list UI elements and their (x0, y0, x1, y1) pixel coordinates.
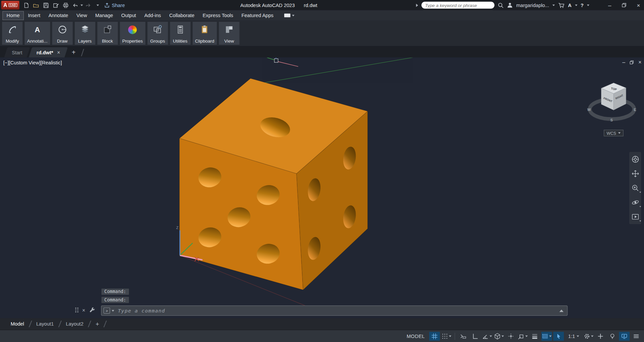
polar-dropdown-icon[interactable] (490, 335, 492, 337)
tab-express-tools[interactable]: Express Tools (199, 11, 237, 19)
cart-icon[interactable] (558, 2, 565, 8)
tab-add-ins[interactable]: Add-ins (141, 11, 165, 19)
annotation-scale-control[interactable]: 1:1 (565, 332, 582, 341)
ribbon-display-toggle[interactable] (284, 13, 295, 17)
snap-mode-button[interactable] (441, 332, 452, 341)
ribbon-panel-draw[interactable]: Draw (52, 22, 72, 45)
model-space-label[interactable]: MODEL (407, 333, 425, 339)
selection-modes-button[interactable] (553, 332, 564, 341)
tab-insert[interactable]: Insert (24, 11, 44, 19)
zoom-dropdown-icon[interactable] (639, 192, 641, 193)
show-motion-dropdown-icon[interactable] (639, 221, 641, 222)
qat-customize-dropdown-icon[interactable] (97, 4, 99, 6)
undo-dropdown-icon[interactable] (81, 4, 83, 6)
command-input[interactable] (114, 308, 559, 314)
polar-tracking-button[interactable] (482, 332, 493, 341)
workspace-switching-button[interactable] (583, 332, 594, 341)
ribbon-panel-modify[interactable]: Modify (2, 22, 22, 45)
new-file-button[interactable] (21, 0, 31, 10)
command-close-icon[interactable]: × (82, 307, 85, 313)
zoom-button[interactable] (631, 184, 639, 192)
window-restore-button[interactable] (618, 0, 630, 10)
tab-collaborate[interactable]: Collaborate (165, 11, 198, 19)
customization-menu-button[interactable] (631, 332, 642, 341)
search-input[interactable] (422, 2, 495, 9)
ribbon-panel-properties[interactable]: Properties (120, 22, 145, 45)
navigation-wheel-button[interactable] (631, 155, 639, 163)
ribbon-panel-utilities[interactable]: Utilities (170, 22, 190, 45)
selection-cycling-button[interactable] (541, 332, 552, 341)
file-tab-start[interactable]: Start (4, 47, 30, 58)
isodraft-dropdown-icon[interactable] (502, 335, 504, 337)
dice-solid[interactable] (180, 78, 368, 290)
orbit-button[interactable] (631, 198, 639, 206)
viewport-close-icon[interactable]: × (638, 59, 641, 65)
graphics-performance-button[interactable] (619, 332, 630, 341)
file-tab-drawing[interactable]: rd.dwt* × (29, 47, 68, 58)
undo-button[interactable] (71, 0, 80, 10)
command-drag-grip[interactable] (75, 307, 79, 312)
viewport-minimize-control[interactable]: [−] (3, 60, 9, 66)
customization-add-button[interactable] (595, 332, 606, 341)
plot-button[interactable] (61, 0, 70, 10)
ortho-mode-button[interactable] (470, 332, 481, 341)
new-layout-button[interactable]: + (91, 321, 103, 328)
ribbon-panel-clipboard[interactable]: Clipboard (193, 22, 217, 45)
redo-button[interactable] (83, 0, 93, 10)
user-avatar-icon[interactable] (507, 2, 513, 8)
pan-button[interactable] (631, 170, 639, 178)
file-tab-close-icon[interactable]: × (57, 49, 60, 55)
open-file-button[interactable] (31, 0, 41, 10)
show-motion-button[interactable] (631, 213, 639, 221)
save-as-button[interactable] (51, 0, 60, 10)
tab-annotate[interactable]: Annotate (45, 11, 72, 19)
tab-home[interactable]: Home (3, 11, 23, 19)
help-dropdown-icon[interactable] (587, 4, 589, 6)
viewport-minimize-icon[interactable]: – (622, 59, 625, 65)
ribbon-panel-block[interactable]: Block (97, 22, 117, 45)
model-viewport[interactable]: Z [−] [Custom View] [Realistic] – × (0, 57, 644, 318)
lineweight-button[interactable] (530, 332, 540, 341)
command-history-expand-icon[interactable] (559, 309, 563, 312)
isometric-drafting-button[interactable] (494, 332, 504, 341)
command-line-menu[interactable]: > (103, 307, 114, 314)
object-snap-button[interactable] (517, 332, 528, 341)
search-icon[interactable] (498, 2, 503, 8)
autocad-logo[interactable]: A CAD (1, 1, 19, 9)
command-customize-wrench-icon[interactable] (89, 307, 96, 314)
dynamic-input-button[interactable] (458, 332, 469, 341)
wcs-dropdown[interactable]: WCS (604, 130, 624, 136)
grid-toggle-button[interactable] (429, 332, 440, 341)
search-expander-icon[interactable] (416, 3, 418, 7)
object-snap-tracking-button[interactable] (506, 332, 516, 341)
new-drawing-button[interactable]: + (68, 47, 79, 58)
compass-south-label[interactable]: S (610, 118, 613, 122)
osnap-dropdown-icon[interactable] (526, 335, 528, 337)
autodesk-app-icon[interactable]: A (568, 2, 572, 8)
save-button[interactable] (41, 0, 50, 10)
user-dropdown-icon[interactable] (552, 4, 555, 6)
autodesk-dropdown-icon[interactable] (575, 4, 577, 6)
tab-view[interactable]: View (73, 11, 91, 19)
window-close-button[interactable]: × (633, 0, 644, 10)
help-icon[interactable]: ? (581, 2, 584, 8)
command-line[interactable]: > (101, 305, 567, 316)
viewcube[interactable]: W S E TOP FRONT RIGHT (587, 77, 640, 126)
ribbon-panel-layers[interactable]: Layers (75, 22, 95, 45)
username-label[interactable]: margaridaplo... (516, 2, 549, 8)
share-button[interactable]: Share (104, 2, 125, 8)
compass-east-label[interactable]: E (634, 108, 636, 112)
viewport-visual-style-control[interactable]: [Realistic] (41, 60, 62, 66)
orbit-dropdown-icon[interactable] (639, 206, 641, 208)
viewport-view-control[interactable]: [Custom View] (9, 60, 41, 66)
tab-output[interactable]: Output (117, 11, 140, 19)
tab-model[interactable]: Model (7, 321, 28, 327)
isolate-objects-button[interactable] (607, 332, 618, 341)
tab-featured-apps[interactable]: Featured Apps (238, 11, 277, 19)
snap-dropdown-icon[interactable] (449, 335, 451, 337)
compass-west-label[interactable]: W (587, 108, 591, 112)
viewport-restore-icon[interactable] (630, 60, 634, 64)
window-minimize-button[interactable]: – (604, 0, 615, 10)
tab-layout1[interactable]: Layout1 (32, 321, 58, 327)
workspace-dropdown-icon[interactable] (591, 335, 593, 337)
